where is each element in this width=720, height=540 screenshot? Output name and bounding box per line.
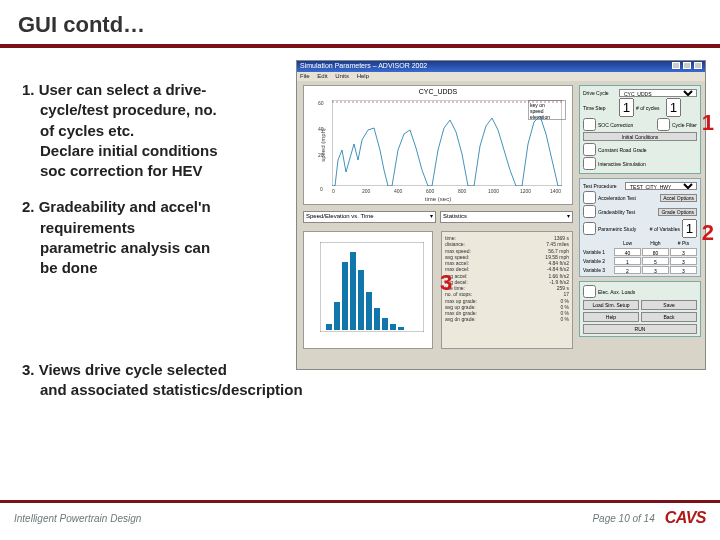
svg-rect-12 xyxy=(398,327,404,330)
lbl-param: Parametric Study xyxy=(598,226,636,232)
b2-prefix: 2. xyxy=(22,198,39,215)
b2-l4: be done xyxy=(22,258,298,278)
title-divider xyxy=(0,44,720,48)
stats-panel: time:1369 s distance:7.45 miles max spee… xyxy=(441,231,573,349)
var1-pts[interactable]: 3 xyxy=(670,248,697,256)
stat-v: 0 % xyxy=(560,316,569,322)
ytick-20: 20 xyxy=(318,152,324,158)
dd-plot-type[interactable]: Speed/Elevation vs. Time xyxy=(303,211,436,223)
input-nvars[interactable] xyxy=(682,219,697,238)
svg-rect-8 xyxy=(366,292,372,330)
input-time-step[interactable] xyxy=(619,98,634,117)
btn-init-cond[interactable]: Initial Conditions xyxy=(583,132,697,141)
b3-l1: Views drive cycle selected xyxy=(39,361,227,378)
svg-rect-9 xyxy=(374,308,380,330)
slide-title: GUI contd… xyxy=(0,0,720,44)
svg-rect-3 xyxy=(326,324,332,330)
callout-1: 1 xyxy=(702,110,714,136)
xtick-0: 0 xyxy=(332,188,335,194)
xtick-1200: 1200 xyxy=(520,188,531,194)
footer-page: Page 10 of 14 xyxy=(592,513,654,524)
btn-load[interactable]: Load Sim. Setup xyxy=(583,300,639,310)
menubar: File Edit Units Help xyxy=(297,72,705,81)
xtick-1400: 1400 xyxy=(550,188,561,194)
btn-grade-opt[interactable]: Grade Options xyxy=(658,208,697,216)
maximize-icon[interactable] xyxy=(683,62,691,69)
ytick-0: 0 xyxy=(320,186,323,192)
chk-interactive[interactable] xyxy=(583,157,596,170)
chk-param[interactable] xyxy=(583,222,596,235)
xtick-1000: 1000 xyxy=(488,188,499,194)
input-cycles[interactable] xyxy=(666,98,681,117)
svg-rect-7 xyxy=(358,270,364,330)
callout-3: 3 xyxy=(440,270,452,296)
b1-l3: of cycles etc. xyxy=(22,121,298,141)
cavs-logo: CAVS xyxy=(665,509,706,527)
var3-pts[interactable]: 3 xyxy=(670,266,697,274)
footer-title: Intelligent Powertrain Design xyxy=(14,513,141,524)
minimize-icon[interactable] xyxy=(672,62,680,69)
dd-stats[interactable]: Statistics xyxy=(440,211,573,223)
xtick-600: 600 xyxy=(426,188,434,194)
b1-l5: soc correction for HEV xyxy=(22,161,298,181)
lbl-var3: Variable 3 xyxy=(583,266,613,274)
var2-high[interactable]: 5 xyxy=(642,257,669,265)
lbl-cycles: # of cycles xyxy=(636,105,664,111)
svg-rect-0 xyxy=(332,100,562,186)
select-drive-cycle[interactable]: CYC_UDDS xyxy=(619,89,697,97)
menu-units[interactable]: Units xyxy=(335,73,349,79)
b1-l4: Declare initial conditions xyxy=(22,141,298,161)
var2-pts[interactable]: 3 xyxy=(670,257,697,265)
close-icon[interactable] xyxy=(694,62,702,69)
titlebar: Simulation Parameters – ADVISOR 2002 xyxy=(297,61,705,72)
stat-k: avg dn grade: xyxy=(445,316,476,322)
menu-file[interactable]: File xyxy=(300,73,310,79)
ytick-60: 60 xyxy=(318,100,324,106)
btn-help[interactable]: Help xyxy=(583,312,639,322)
btn-save[interactable]: Save xyxy=(641,300,697,310)
stat-avgdng: avg dn grade:0 % xyxy=(445,316,569,322)
var3-high[interactable]: 3 xyxy=(642,266,669,274)
lbl-accel: Acceleration Test xyxy=(598,195,636,201)
var1-low[interactable]: 40 xyxy=(614,248,641,256)
lbl-test-proc: Test Procedure xyxy=(583,183,623,189)
chk-road-grade[interactable] xyxy=(583,143,596,156)
menu-help[interactable]: Help xyxy=(357,73,369,79)
menu-edit[interactable]: Edit xyxy=(317,73,327,79)
var3-low[interactable]: 2 xyxy=(614,266,641,274)
chk-soc[interactable] xyxy=(583,118,596,131)
chk-filter[interactable] xyxy=(657,118,670,131)
btn-accel-opt[interactable]: Accel Options xyxy=(660,194,697,202)
lbl-filter: Cycle Filter xyxy=(672,122,697,128)
lbl-time-step: Time Step xyxy=(583,105,617,111)
select-test-proc[interactable]: TEST_CITY_HWY xyxy=(625,182,697,190)
svg-rect-6 xyxy=(350,252,356,330)
var1-high[interactable]: 80 xyxy=(642,248,669,256)
dropdown-row: Speed/Elevation vs. Time Statistics xyxy=(303,211,573,225)
plot-svg xyxy=(332,100,562,186)
svg-rect-11 xyxy=(390,324,396,330)
btn-run[interactable]: RUN xyxy=(583,324,697,334)
xtick-800: 800 xyxy=(458,188,466,194)
chk-aux[interactable] xyxy=(583,285,596,298)
window-title: Simulation Parameters – ADVISOR 2002 xyxy=(300,62,427,71)
lbl-nvars: # of Variables xyxy=(650,226,680,232)
lbl-var2: Variable 2 xyxy=(583,257,613,265)
lbl-grade: Gradeability Test xyxy=(598,209,635,215)
bullet-1: 1. User can select a drive- cycle/test p… xyxy=(18,80,298,181)
lbl-interactive: Interactive Simulation xyxy=(598,161,646,167)
var2-low[interactable]: 1 xyxy=(614,257,641,265)
footer: Intelligent Powertrain Design Page 10 of… xyxy=(0,500,720,540)
hdr-high: High xyxy=(642,239,669,247)
b1-prefix: 1. xyxy=(22,81,39,98)
panel-actions: Elec. Aux. Loads Load Sim. Setup Save He… xyxy=(579,281,701,337)
xtick-200: 200 xyxy=(362,188,370,194)
side-panels: Drive Cycle CYC_UDDS Time Step # of cycl… xyxy=(579,85,701,365)
btn-back[interactable]: Back xyxy=(641,312,697,322)
drive-cycle-plot: CYC_UDDS speed (mph) time (sec) key on s… xyxy=(303,85,573,205)
plot-xlabel: time (sec) xyxy=(425,196,451,202)
chk-grade[interactable] xyxy=(583,205,596,218)
ytick-40: 40 xyxy=(318,126,324,132)
chk-accel[interactable] xyxy=(583,191,596,204)
b2-l1: Gradeability and accel'n xyxy=(39,198,211,215)
